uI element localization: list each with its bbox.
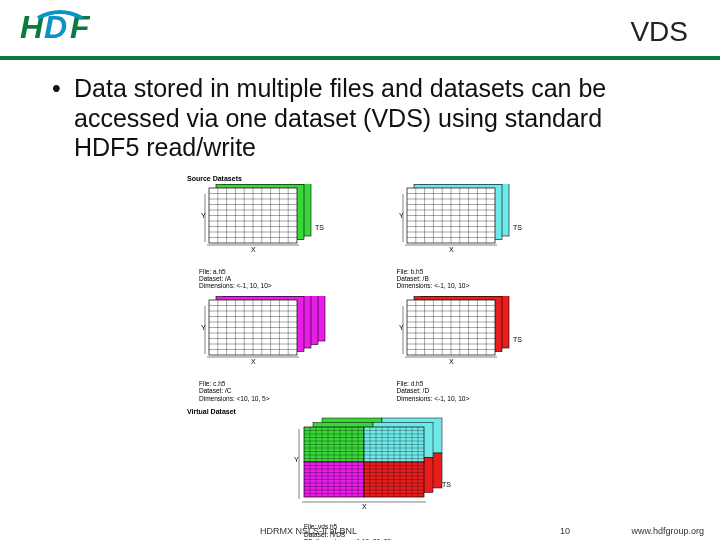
svg-text:X: X xyxy=(449,246,454,253)
svg-text:Y: Y xyxy=(294,456,299,463)
slide-body: Data stored in multiple files and datase… xyxy=(0,60,720,540)
block-d-file: File: d.h5 xyxy=(397,380,561,387)
footer-page-number: 10 xyxy=(560,526,570,536)
block-a: Y X TS File: a.h5 Dataset: /A Dimensions… xyxy=(181,184,363,290)
block-d: Y X TS File: d.h5 Dataset: /D Dimensions… xyxy=(379,296,561,402)
block-c: Y X File: c.h5 Dataset: /C Dimensions: <… xyxy=(181,296,363,402)
block-b-dims: Dimensions: <-1, 10, 10> xyxy=(397,282,561,289)
bullet-main: Data stored in multiple files and datase… xyxy=(74,74,668,163)
block-b-dataset: Dataset: /B xyxy=(397,275,561,282)
svg-text:H: H xyxy=(20,9,44,45)
block-a-dims: Dimensions: <-1, 10, 10> xyxy=(199,282,363,289)
svg-text:TS: TS xyxy=(513,224,522,231)
block-c-dataset: Dataset: /C xyxy=(199,387,363,394)
vds-diagram: Source Datasets xyxy=(181,175,561,541)
block-d-dataset: Dataset: /D xyxy=(397,387,561,394)
slide-title: VDS xyxy=(630,16,688,48)
svg-text:X: X xyxy=(449,358,454,365)
block-d-dims: Dimensions: <-1, 10, 10> xyxy=(397,395,561,402)
axis-x: X xyxy=(251,246,256,253)
axis-ts: TS xyxy=(315,224,324,231)
block-b-file: File: b.h5 xyxy=(397,268,561,275)
svg-text:X: X xyxy=(362,503,367,510)
slide-footer: HDRMX NSLS-II at BNL 10 www.hdfgroup.org xyxy=(0,522,720,540)
svg-text:TS: TS xyxy=(513,336,522,343)
block-b: Y X TS File: b.h5 Dataset: /B Dimensions… xyxy=(379,184,561,290)
slide-header: H D F VDS xyxy=(0,0,720,60)
block-c-file: File: c.h5 xyxy=(199,380,363,387)
svg-text:TS: TS xyxy=(442,481,451,488)
footer-url: www.hdfgroup.org xyxy=(631,526,704,536)
hdf-logo: H D F xyxy=(20,8,120,52)
footer-center: HDRMX NSLS-II at BNL xyxy=(260,526,357,536)
svg-text:X: X xyxy=(251,358,256,365)
block-c-dims: Dimensions: <10, 10, 5> xyxy=(199,395,363,402)
virtual-dataset-label: Virtual Dataset xyxy=(187,408,561,415)
source-datasets-label: Source Datasets xyxy=(187,175,561,182)
block-a-dataset: Dataset: /A xyxy=(199,275,363,282)
block-a-file: File: a.h5 xyxy=(199,268,363,275)
